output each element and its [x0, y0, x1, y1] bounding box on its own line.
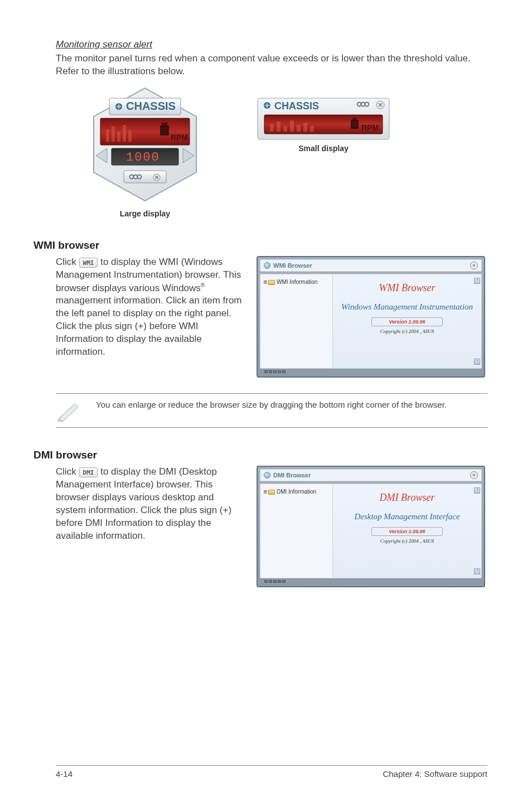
globe-icon — [264, 472, 270, 479]
wmi-text: Click WMI to display the WMI (Windows Ma… — [56, 256, 245, 359]
panel-close-icon[interactable]: × — [470, 471, 478, 479]
svg-rect-34 — [352, 118, 357, 120]
scroll-up[interactable]: ˄ — [474, 487, 480, 494]
dmi-tree[interactable]: ⊞DMI Information — [260, 484, 333, 578]
wmi-content-sub: Windows Management Instrumentation — [341, 302, 473, 312]
svg-rect-28 — [283, 126, 287, 132]
svg-rect-31 — [303, 123, 307, 132]
rpm-unit-large: RPM — [171, 133, 188, 142]
scroll-down[interactable]: ˅ — [474, 568, 480, 574]
small-display-block: CHASSIS — [257, 86, 390, 153]
svg-rect-5 — [112, 126, 115, 142]
globe-icon — [264, 262, 270, 269]
svg-rect-8 — [128, 131, 132, 142]
svg-rect-29 — [290, 120, 294, 132]
chassis-large-panel: CHASSIS RPM 1000 — [89, 86, 201, 203]
large-display-block: CHASSIS RPM 1000 — [89, 86, 201, 218]
svg-rect-33 — [351, 120, 358, 128]
page-footer: 4-14 Chapter 4: Software support — [56, 765, 487, 779]
chassis-label-small: CHASSIS — [274, 100, 319, 112]
large-caption: Large display — [89, 209, 201, 218]
wmi-section-title: WMI browser — [33, 239, 487, 252]
scroll-up[interactable]: ˄ — [474, 278, 480, 284]
svg-rect-26 — [270, 124, 274, 132]
svg-rect-4 — [106, 129, 109, 142]
dmi-content-title: DMI Browser — [380, 492, 435, 504]
dmi-browser-window: DMI Browser × ⊞DMI Information ˄ ˅ DMI B… — [257, 466, 485, 587]
wmi-browser-window: WMI Browser × ⊞WMI Information ˄ ˅ WMI B… — [257, 256, 485, 378]
dmi-copyright: Copyright (c) 2004 , ASUS — [380, 538, 434, 544]
wmi-chip[interactable]: WMI — [79, 258, 98, 268]
dmi-version: Version 1.09.96 — [371, 527, 442, 536]
chassis-label-large: CHASSIS — [126, 100, 176, 112]
dmi-chip[interactable]: DMI — [79, 467, 98, 477]
close-icon[interactable] — [153, 174, 160, 181]
dmi-content-sub: Desktop Management Interface — [354, 511, 460, 521]
note-box: You can enlarge or reduce the browser si… — [56, 393, 487, 428]
resize-grip[interactable] — [260, 369, 482, 374]
svg-rect-6 — [117, 132, 120, 142]
folder-icon — [268, 490, 275, 495]
small-caption: Small display — [257, 144, 390, 153]
chapter-label: Chapter 4: Software support — [383, 769, 487, 779]
monitoring-text: The monitor panel turns red when a compo… — [56, 52, 487, 78]
note-text: You can enlarge or reduce the browser si… — [96, 399, 487, 410]
dmi-titlebar: DMI Browser — [273, 472, 311, 479]
bottom-value: 1000 — [126, 151, 160, 165]
folder-icon — [268, 280, 275, 285]
svg-rect-32 — [310, 126, 314, 132]
wmi-version: Version 1.09.96 — [371, 317, 442, 326]
wmi-titlebar: WMI Browser — [273, 262, 312, 269]
wmi-copyright: Copyright (c) 2004 , ASUS — [380, 328, 434, 334]
monitoring-heading: Monitoring sensor alert — [56, 39, 487, 50]
wmi-tree[interactable]: ⊞WMI Information — [260, 274, 333, 368]
svg-rect-10 — [162, 123, 167, 125]
dmi-section-title: DMI browser — [33, 449, 487, 461]
pencil-icon — [56, 399, 83, 422]
scroll-down[interactable]: ˅ — [474, 359, 480, 365]
close-icon-small[interactable] — [376, 101, 384, 109]
svg-rect-30 — [297, 125, 301, 132]
resize-grip[interactable] — [260, 578, 482, 584]
wmi-content-title: WMI Browser — [379, 282, 436, 294]
dmi-text: Click DMI to display the DMI (Desktop Ma… — [56, 466, 245, 543]
panel-close-icon[interactable]: × — [470, 262, 478, 269]
rpm-unit-small: RPM — [361, 123, 379, 132]
svg-rect-9 — [161, 126, 168, 135]
svg-rect-27 — [277, 122, 280, 132]
chassis-small-panel: CHASSIS — [257, 97, 390, 141]
page-number: 4-14 — [56, 769, 72, 779]
svg-rect-7 — [123, 125, 126, 142]
